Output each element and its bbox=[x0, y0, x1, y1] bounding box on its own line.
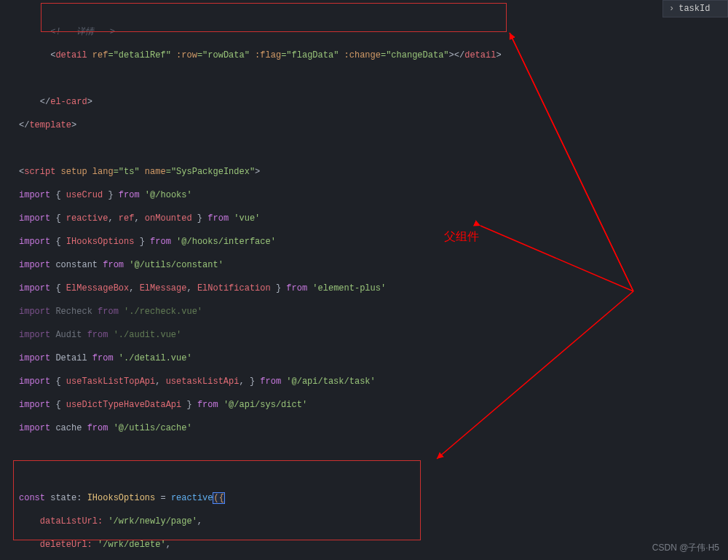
code-text: IHooksOptions bbox=[87, 493, 156, 503]
code-text: { bbox=[50, 376, 66, 387]
code-text: setup bbox=[55, 167, 87, 177]
code-text: import bbox=[19, 376, 50, 387]
code-text: usetaskListApi bbox=[166, 376, 240, 387]
code-text: } bbox=[192, 213, 208, 224]
code-text: from bbox=[87, 423, 108, 433]
code-text: reactive bbox=[171, 493, 213, 503]
code-text: > bbox=[496, 50, 501, 60]
code-text: '@/api/sys/dict' bbox=[218, 400, 307, 410]
code-text: ElMessageBox bbox=[66, 283, 129, 293]
chevron-right-icon: › bbox=[669, 4, 674, 14]
code-text: '@/hooks/interface' bbox=[171, 237, 276, 247]
gutter bbox=[0, 0, 9, 560]
code-text: from bbox=[87, 330, 108, 340]
code-text: ="SysPackgeIndex" bbox=[166, 167, 255, 177]
code-text: from bbox=[260, 376, 281, 387]
code-text: import bbox=[19, 307, 50, 317]
code-text: import bbox=[19, 353, 50, 363]
code-text: detail bbox=[464, 50, 496, 60]
code-text: useTaskListTopApi bbox=[66, 376, 155, 387]
code-text bbox=[13, 143, 728, 154]
code-text: import bbox=[19, 260, 50, 270]
code-text: name bbox=[140, 167, 166, 177]
code-text: from bbox=[92, 353, 114, 363]
code-text: './recheck.vue' bbox=[119, 307, 202, 317]
code-text: import bbox=[19, 330, 50, 340]
code-text: import bbox=[19, 400, 50, 410]
code-text: , bbox=[155, 376, 165, 387]
code-text: 'vue' bbox=[229, 213, 260, 224]
code-text: , bbox=[166, 540, 171, 550]
code-text: Audit bbox=[50, 330, 87, 340]
code-text: Detail bbox=[50, 353, 92, 363]
code-text: '@/api/task/task' bbox=[281, 376, 376, 387]
code-area[interactable]: <!-- 详情 --> <detail ref="detailRef" :row… bbox=[13, 0, 728, 560]
code-text: template bbox=[29, 120, 71, 130]
code-text: from bbox=[197, 400, 218, 410]
code-text: </ bbox=[19, 97, 50, 107]
code-text: reactive bbox=[66, 213, 108, 224]
code-text: '/wrk/delete' bbox=[92, 540, 166, 550]
code-text: :change bbox=[339, 50, 381, 60]
code-text: , bbox=[134, 213, 144, 224]
code-text: < bbox=[19, 50, 55, 60]
code-text: cache bbox=[50, 423, 87, 433]
code-text: : bbox=[76, 493, 87, 503]
code-text: = bbox=[155, 493, 171, 503]
code-text bbox=[13, 469, 728, 481]
code-text: ElMessage bbox=[140, 283, 187, 293]
code-text: useDictTypeHaveDataApi bbox=[66, 400, 181, 410]
code-text: { bbox=[50, 237, 66, 247]
code-text: } bbox=[103, 190, 119, 200]
code-text: ="ts" bbox=[114, 167, 140, 177]
code-text: import bbox=[19, 283, 50, 293]
watermark: CSDN @子伟·H5 bbox=[652, 542, 719, 554]
code-text: dataListUrl: bbox=[19, 516, 103, 527]
code-text: > bbox=[255, 167, 260, 177]
code-text: ref bbox=[119, 213, 135, 224]
code-text: from bbox=[103, 260, 124, 270]
code-text: detail bbox=[55, 50, 87, 60]
code-text: '@/utils/cache' bbox=[108, 423, 191, 433]
code-text: '/wrk/newly/page' bbox=[103, 516, 197, 527]
code-text: el-card bbox=[50, 97, 87, 107]
code-text: import bbox=[19, 213, 50, 224]
code-text: , bbox=[108, 213, 118, 224]
code-text: ="changeData" bbox=[381, 50, 449, 60]
code-text: ></ bbox=[449, 50, 465, 60]
code-text: './detail.vue' bbox=[114, 353, 192, 363]
code-text: ref bbox=[87, 50, 108, 60]
code-text: ElNotification bbox=[197, 283, 271, 293]
code-text: deleteUrl: bbox=[19, 540, 92, 550]
code-text: constant bbox=[50, 260, 103, 270]
code-text: ="rowData" bbox=[197, 50, 250, 60]
code-editor[interactable]: <!-- 详情 --> <detail ref="detailRef" :row… bbox=[0, 0, 728, 560]
code-text: , bbox=[186, 283, 197, 293]
code-text: '@/hooks' bbox=[140, 190, 192, 200]
code-text: :row bbox=[171, 50, 197, 60]
code-text: from bbox=[119, 190, 140, 200]
code-text: , bbox=[129, 283, 139, 293]
code-text: './audit.vue' bbox=[108, 330, 181, 340]
code-text: from bbox=[150, 237, 171, 247]
code-text: ="detailRef" bbox=[108, 50, 170, 60]
code-text: ="flagData" bbox=[281, 50, 339, 60]
code-text: from bbox=[207, 213, 229, 224]
code-text: <!-- 详情 --> bbox=[19, 27, 115, 37]
code-text: :flag bbox=[250, 50, 281, 60]
code-text: Recheck bbox=[50, 307, 98, 317]
code-text: { bbox=[50, 283, 66, 293]
code-text: IHooksOptions bbox=[66, 237, 135, 247]
code-text: </ bbox=[19, 120, 29, 130]
code-text: 'element-plus' bbox=[307, 283, 386, 293]
code-text: { bbox=[50, 190, 66, 200]
code-text: } bbox=[181, 400, 197, 410]
code-text: , } bbox=[239, 376, 260, 387]
code-text: const bbox=[19, 493, 45, 503]
outline-panel-item[interactable]: › taskId bbox=[662, 0, 728, 17]
code-text: from bbox=[286, 283, 307, 293]
code-text: import bbox=[19, 423, 50, 433]
code-text: { bbox=[50, 213, 66, 224]
code-text: > bbox=[71, 120, 76, 130]
outline-item-label: taskId bbox=[678, 4, 710, 14]
